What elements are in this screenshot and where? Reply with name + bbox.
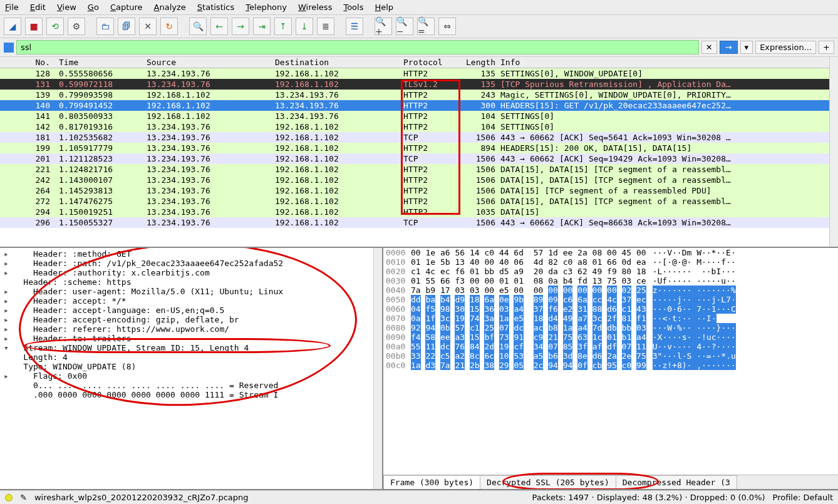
packet-row[interactable]: 1420.81701931613.234.193.76192.168.1.102… [0,121,838,132]
detail-line[interactable]: Stream: WINDOW_UPDATE, Stream ID: 15, Le… [0,343,382,352]
menu-statistics[interactable]: Statistics [197,3,234,12]
hex-row[interactable]: 006004 f5 98 30 15 36 03 a4 37 f6 e2 31 … [383,304,838,314]
menu-tools[interactable]: Tools [343,3,363,12]
packet-row[interactable]: 2421.14300010713.234.193.76192.168.1.102… [0,175,838,185]
restart-capture-icon[interactable]: ⟲ [46,18,64,35]
colorize-icon[interactable]: ☰ [346,18,363,35]
expression-button[interactable]: Expression... [755,41,816,54]
profile-label[interactable]: Profile: Default [773,493,833,502]
details-scrollbar[interactable] [373,248,382,489]
detail-line[interactable]: Header: accept: */* [0,296,382,306]
go-last-icon[interactable]: ⤓ [296,18,313,35]
packet-row[interactable]: 1991.10591777913.234.193.76192.168.1.102… [0,143,838,153]
detail-line[interactable]: 0... .... .... .... .... .... .... .... … [0,381,382,390]
clear-filter-icon[interactable]: ✕ [701,41,717,54]
detail-line[interactable]: Header: te: trailers [0,334,382,343]
autoscroll-icon[interactable]: ≣ [317,18,334,35]
hex-row[interactable]: 00700a 1f 3c 19 74 3a 1a e5 18 d4 49 a7 … [383,314,838,323]
tab-decompressed-header[interactable]: Decompressed Header (3 [616,475,737,489]
hex-row[interactable]: 0050dd ba b4 d9 18 6a 0e 9b 89 09 c6 6a … [383,295,838,304]
packet-row[interactable]: 1310.59907211813.234.193.76192.168.1.102… [0,79,838,90]
zoom-in-icon[interactable]: 🔍+ [375,18,392,35]
hex-row[interactable]: 00c01a d3 7a 21 2b 38 29 05 2c 94 94 0f … [383,361,838,370]
menu-help[interactable]: Help [375,3,393,12]
packet-row[interactable]: 2211.12482171613.234.193.76192.168.1.102… [0,164,838,175]
packet-row[interactable]: 1280.55558065613.234.193.76192.168.1.102… [0,68,838,79]
open-file-icon[interactable]: 🗀 [96,18,114,35]
detail-line[interactable]: Header: accept-language: en-US,en;q=0.5 [0,306,382,315]
menu-view[interactable]: View [57,3,76,12]
filter-history-icon[interactable]: ▾ [740,41,753,54]
hex-row[interactable]: 003001 55 66 f3 00 00 01 01 08 0a b4 fd … [383,276,838,285]
packet-row[interactable]: 2721.14747627513.234.193.76192.168.1.102… [0,196,838,207]
detail-line[interactable]: Header: user-agent: Mozilla/5.0 (X11; Ub… [0,287,382,296]
hex-row[interactable]: 001001 1e 5b 13 40 00 40 06 4d 82 c0 a8 … [383,257,838,267]
menu-file[interactable]: File [5,3,19,12]
packet-bytes-pane[interactable]: 000000 1e a6 56 14 c0 44 6d 57 1d ee 2a … [382,248,838,489]
apply-filter-button[interactable]: → [720,41,738,54]
detail-line[interactable]: Type: WINDOW_UPDATE (8) [0,362,382,371]
menu-edit[interactable]: Edit [30,3,46,12]
packet-list-pane[interactable]: No. Time Source Destination Protocol Len… [0,57,838,248]
packet-row[interactable]: 1811.10253568213.234.193.76192.168.1.102… [0,132,838,143]
col-no-hdr[interactable]: No. [0,57,56,68]
packet-row[interactable]: 2941.15001925113.234.193.76192.168.1.102… [0,207,838,217]
resize-columns-icon[interactable]: ⇔ [438,18,456,35]
bookmark-filter-icon[interactable] [4,43,14,53]
hex-row[interactable]: 00407a b9 17 03 03 00 e5 00 00 00 00 00 … [383,285,838,295]
hex-row[interactable]: 0020c1 4c ec f6 01 bb d5 a9 20 da c3 62 … [383,267,838,276]
display-filter-input[interactable] [16,40,699,54]
hex-row[interactable]: 00b033 22 c5 a2 8c 6c 10 53 a5 b6 3d 8e … [383,351,838,361]
detail-line[interactable]: Header: :method: GET [0,249,382,259]
tab-decrypted-ssl[interactable]: Decrypted SSL (205 bytes) [480,475,616,489]
hex-row[interactable]: 00a055 11 dc 76 84 2d 19 cf 34 07 85 3f … [383,342,838,351]
edit-capture-icon[interactable]: ✎ [20,493,27,502]
col-dst-hdr[interactable]: Destination [272,57,401,68]
packet-row[interactable]: 1410.803500933192.168.1.10213.234.193.76… [0,111,838,121]
packet-row[interactable]: 2011.12112852313.234.193.76192.168.1.102… [0,153,838,164]
detail-line[interactable]: Length: 4 [0,352,382,362]
detail-line[interactable]: Header: :scheme: https [0,277,382,287]
packet-row[interactable]: 1390.799093598192.168.1.10213.234.193.76… [0,90,838,100]
col-prot-hdr[interactable]: Protocol [401,57,460,68]
zoom-out-icon[interactable]: 🔍− [396,18,413,35]
go-forward-icon[interactable]: → [232,18,249,35]
hex-row[interactable]: 0090f4 58 ee a3 15 bf 73 91 c9 21 75 63 … [383,332,838,342]
detail-line[interactable]: .000 0000 0000 0000 0000 0000 0000 1111 … [0,390,382,399]
detail-line[interactable]: Header: :authority: x.clearbitjs.com [0,268,382,277]
detail-line[interactable]: Flags: 0x00 [0,371,382,381]
col-len-hdr[interactable]: Length [460,57,498,68]
stop-capture-icon[interactable]: ■ [25,18,43,35]
reload-file-icon[interactable]: ↻ [160,18,178,35]
hex-row[interactable]: 000000 1e a6 56 14 c0 44 6d 57 1d ee 2a … [383,248,838,257]
col-time-hdr[interactable]: Time [56,57,144,68]
start-capture-icon[interactable]: ◢ [4,18,21,35]
menu-wireless[interactable]: Wireless [298,3,332,12]
go-back-icon[interactable]: ← [210,18,228,35]
find-packet-icon[interactable]: 🔍 [189,18,207,35]
detail-line[interactable]: Header: accept-encoding: gzip, deflate, … [0,315,382,324]
menu-analyze[interactable]: Analyze [154,3,186,12]
save-file-icon[interactable]: 🗐 [118,18,135,35]
zoom-reset-icon[interactable]: 🔍= [417,18,435,35]
options-icon[interactable]: ⚙ [68,18,85,35]
packet-row[interactable]: 1400.799491452192.168.1.10213.234.193.76… [0,100,838,111]
menu-capture[interactable]: Capture [110,3,143,12]
packet-row[interactable]: 2641.14529381313.234.193.76192.168.1.102… [0,185,838,196]
tab-frame[interactable]: Frame (300 bytes) [383,475,480,489]
detail-line[interactable]: Header: :path: /v1/pk_20ecac233aaaee647e… [0,259,382,268]
add-filter-button[interactable]: + [819,41,834,54]
packet-row[interactable]: 2961.15005532713.234.193.76192.168.1.102… [0,217,838,228]
col-src-hdr[interactable]: Source [144,57,272,68]
close-file-icon[interactable]: ✕ [139,18,157,35]
detail-line[interactable]: Header: referer: https://www.upwork.com/ [0,324,382,334]
col-info-hdr[interactable]: Info [498,57,838,68]
packet-scrollbar[interactable] [829,57,838,247]
hex-row[interactable]: 008092 94 0b 57 c1 25 07 dc ac b8 1a a4 … [383,323,838,332]
menu-go[interactable]: Go [88,3,99,12]
packet-details-pane[interactable]: Header: :method: GET Header: :path: /v1/… [0,248,382,489]
menu-telephony[interactable]: Telephony [246,3,287,12]
go-first-icon[interactable]: ⤒ [274,18,292,35]
expert-info-led-icon[interactable] [5,494,13,501]
jump-to-icon[interactable]: ⇥ [253,18,271,35]
